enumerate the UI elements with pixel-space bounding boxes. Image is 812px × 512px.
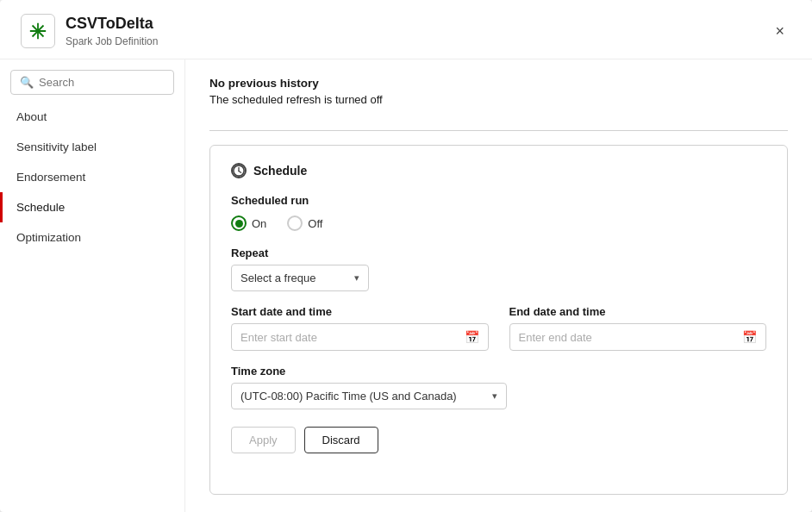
sidebar-item-schedule[interactable]: Schedule — [0, 192, 184, 222]
app-icon — [21, 14, 55, 48]
repeat-chevron-icon: ▾ — [354, 272, 359, 284]
action-buttons: Apply Discard — [231, 427, 766, 453]
dialog-subtitle: Spark Job Definition — [66, 35, 768, 47]
close-button[interactable]: × — [768, 19, 791, 44]
search-icon: 🔍 — [20, 76, 34, 89]
sidebar-item-endorsement[interactable]: Endorsement — [0, 162, 184, 192]
scheduled-run-label: Scheduled run — [231, 194, 766, 207]
dialog-body: 🔍 About Sensitivity label Endorsement Sc… — [0, 59, 812, 512]
end-date-input[interactable]: Enter end date 📅 — [509, 323, 767, 351]
repeat-label: Repeat — [231, 247, 766, 259]
start-calendar-icon: 📅 — [465, 330, 479, 344]
status-refresh-off: The scheduled refresh is turned off — [209, 93, 788, 106]
search-box[interactable]: 🔍 — [10, 70, 174, 95]
clock-icon — [231, 163, 247, 178]
dialog-title: CSVToDelta — [66, 15, 768, 34]
svg-line-6 — [239, 171, 241, 172]
radio-off[interactable]: Off — [287, 215, 322, 231]
sidebar-item-optimization[interactable]: Optimization — [0, 222, 184, 253]
divider — [209, 130, 788, 131]
timezone-select[interactable]: (UTC-08:00) Pacific Time (US and Canada)… — [231, 383, 507, 409]
start-date-col: Start date and time Enter start date 📅 — [231, 305, 489, 351]
dialog-container: CSVToDelta Spark Job Definition × 🔍 Abou… — [0, 0, 812, 512]
search-input[interactable] — [39, 76, 165, 89]
repeat-select[interactable]: Select a freque ▾ — [231, 265, 369, 291]
end-date-col: End date and time Enter end date 📅 — [509, 305, 767, 351]
header-text: CSVToDelta Spark Job Definition — [66, 15, 768, 47]
timezone-label: Time zone — [231, 365, 766, 378]
status-no-history: No previous history — [209, 77, 788, 90]
start-date-input[interactable]: Enter start date 📅 — [231, 323, 489, 351]
apply-button[interactable]: Apply — [231, 427, 296, 453]
start-date-label: Start date and time — [231, 305, 489, 318]
end-calendar-icon: 📅 — [742, 330, 757, 344]
repeat-section: Repeat Select a freque ▾ — [231, 247, 766, 291]
scheduled-run-section: Scheduled run On Off — [231, 194, 766, 231]
date-row: Start date and time Enter start date 📅 E… — [231, 305, 766, 351]
radio-group: On Off — [231, 215, 766, 231]
discard-button[interactable]: Discard — [304, 427, 378, 453]
schedule-panel: Schedule Scheduled run On Off — [209, 145, 788, 495]
sidebar-item-about[interactable]: About — [0, 102, 184, 132]
radio-on[interactable]: On — [231, 215, 266, 231]
main-content: No previous history The scheduled refres… — [185, 59, 812, 512]
sidebar-item-sensitivity[interactable]: Sensitivity label — [0, 132, 184, 162]
dialog-header: CSVToDelta Spark Job Definition × — [0, 0, 812, 59]
panel-title: Schedule — [231, 163, 766, 178]
radio-off-circle — [287, 215, 303, 231]
status-section: No previous history The scheduled refres… — [209, 77, 788, 116]
sidebar: 🔍 About Sensitivity label Endorsement Sc… — [0, 59, 185, 512]
end-date-label: End date and time — [509, 305, 767, 318]
timezone-chevron-icon: ▾ — [492, 390, 497, 402]
timezone-section: Time zone (UTC-08:00) Pacific Time (US a… — [231, 365, 766, 409]
radio-on-circle — [231, 215, 247, 231]
